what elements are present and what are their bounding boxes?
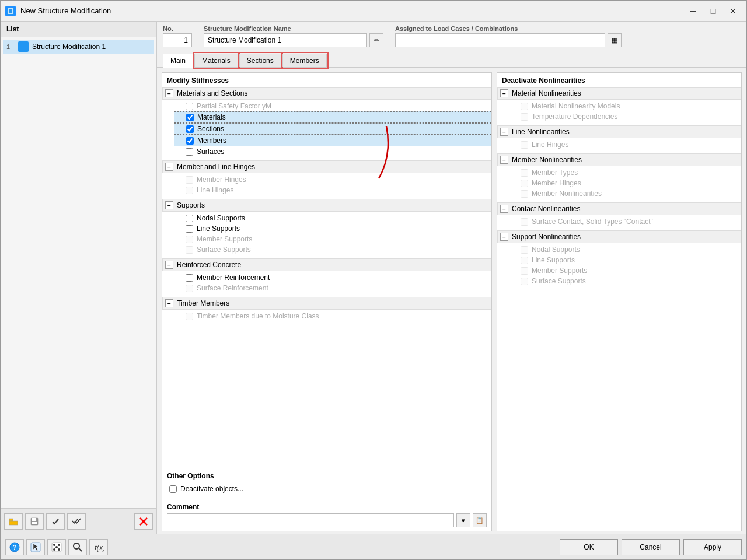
check-all-button[interactable] <box>67 513 86 530</box>
assigned-label: Assigned to Load Cases / Combinations <box>395 25 622 32</box>
close-button[interactable]: ✕ <box>724 4 742 18</box>
cancel-button[interactable]: Cancel <box>622 539 680 555</box>
member-hinges-label: Member Hinges <box>197 176 246 184</box>
member-supports-nl-checkbox[interactable] <box>521 267 528 275</box>
magnify-button[interactable] <box>68 539 87 555</box>
apply-button[interactable]: Apply <box>683 539 742 555</box>
timber-members-header[interactable]: − Timber Members <box>162 297 491 310</box>
comment-edit-btn[interactable]: 📋 <box>473 513 487 527</box>
tab-members[interactable]: Members <box>282 54 327 67</box>
support-nonlinearities-header[interactable]: − Support Nonlinearities <box>497 230 741 243</box>
line-hinges-row: Line Hinges <box>174 185 491 195</box>
collapse-support-nl-btn[interactable]: − <box>500 233 508 241</box>
collapse-materials-btn[interactable]: − <box>165 89 173 97</box>
check-button[interactable] <box>46 513 65 530</box>
nodes-button[interactable] <box>47 539 66 555</box>
svg-line-21 <box>79 548 82 551</box>
material-nonlinearity-models-checkbox[interactable] <box>521 103 528 110</box>
sections-row: Sections <box>174 123 491 135</box>
sections-label: Sections <box>197 125 224 133</box>
member-supports-nl-row: Member Supports <box>509 265 741 276</box>
supports-header[interactable]: − Supports <box>162 199 491 212</box>
no-input[interactable] <box>163 33 192 47</box>
assigned-input[interactable] <box>395 33 605 47</box>
surfaces-row: Surfaces <box>174 146 491 157</box>
member-hinges-checkbox[interactable] <box>186 176 193 184</box>
nodal-supports-nl-row: Nodal Supports <box>509 244 741 255</box>
nodal-supports-nl-label: Nodal Supports <box>532 246 580 254</box>
temperature-dependencies-checkbox[interactable] <box>521 113 528 121</box>
collapse-supports-btn[interactable]: − <box>165 201 173 209</box>
nodal-supports-nl-checkbox[interactable] <box>521 246 528 254</box>
line-nonlinearities-header[interactable]: − Line Nonlinearities <box>497 125 741 138</box>
collapse-member-nl-btn[interactable]: − <box>500 156 508 164</box>
reinforced-concrete-header[interactable]: − Reinforced Concrete <box>162 258 491 271</box>
material-nonlinearities-header[interactable]: − Material Nonlinearities <box>497 87 741 100</box>
partial-safety-checkbox[interactable] <box>186 103 193 110</box>
member-types-row: Member Types <box>509 167 741 178</box>
nodal-supports-row: Nodal Supports <box>174 213 491 223</box>
member-reinforcement-checkbox[interactable] <box>186 274 193 282</box>
tab-main[interactable]: Main <box>163 54 193 68</box>
open-file-button[interactable] <box>4 513 23 530</box>
members-checkbox[interactable] <box>186 137 194 145</box>
formula-button[interactable]: f(x) <box>89 539 108 555</box>
assigned-edit-button[interactable]: ▦ <box>608 33 622 47</box>
sections-checkbox[interactable] <box>186 125 194 133</box>
surface-contact-row: Surface Contact, Solid Types "Contact" <box>509 216 741 227</box>
collapse-line-nl-btn[interactable]: − <box>500 128 508 136</box>
nodal-supports-checkbox[interactable] <box>186 215 193 222</box>
member-line-hinges-header[interactable]: − Member and Line Hinges <box>162 160 491 173</box>
sidebar-item-modification[interactable]: 1 Structure Modification 1 <box>3 40 154 54</box>
comment-dropdown-btn[interactable]: ▾ <box>456 513 470 527</box>
materials-label: Materials <box>197 113 226 121</box>
deactivate-objects-checkbox[interactable] <box>169 485 177 493</box>
surface-supports-nl-checkbox[interactable] <box>521 278 528 285</box>
materials-row: Materials <box>174 111 491 123</box>
line-supports-checkbox[interactable] <box>186 225 193 233</box>
line-supports-nl-checkbox[interactable] <box>521 257 528 264</box>
bottom-toolbar: ? f(x) OK Cancel Apply <box>1 534 746 559</box>
member-types-checkbox[interactable] <box>521 169 528 177</box>
line-hinges-checkbox[interactable] <box>186 187 193 194</box>
reinforced-concrete-label: Reinforced Concrete <box>177 261 241 269</box>
materials-sections-label: Materials and Sections <box>177 89 247 97</box>
ok-button[interactable]: OK <box>560 539 618 555</box>
svg-rect-6 <box>32 522 37 524</box>
surface-supports-checkbox[interactable] <box>186 246 193 254</box>
timber-moisture-checkbox[interactable] <box>186 313 193 320</box>
surfaces-checkbox[interactable] <box>186 148 193 156</box>
tab-materials[interactable]: Materials <box>194 54 238 67</box>
delete-button[interactable] <box>134 513 153 530</box>
help-button[interactable]: ? <box>5 539 24 555</box>
maximize-button[interactable]: □ <box>704 4 722 18</box>
name-input[interactable] <box>204 33 367 47</box>
collapse-timber-btn[interactable]: − <box>165 299 173 307</box>
tab-sections[interactable]: Sections <box>239 54 281 67</box>
save-button[interactable] <box>25 513 44 530</box>
collapse-contact-nl-btn[interactable]: − <box>500 205 508 213</box>
member-nonlinearities-header[interactable]: − Member Nonlinearities <box>497 153 741 166</box>
deactivate-objects-row: Deactivate objects... <box>167 484 487 494</box>
materials-checkbox[interactable] <box>186 114 194 121</box>
minimize-button[interactable]: ─ <box>685 4 702 18</box>
surface-contact-checkbox[interactable] <box>521 218 528 226</box>
comment-input[interactable] <box>167 513 454 527</box>
collapse-hinges-btn[interactable]: − <box>165 163 173 171</box>
contact-nonlinearities-header[interactable]: − Contact Nonlinearities <box>497 202 741 215</box>
member-hinges-nl-label: Member Hinges <box>532 179 581 187</box>
member-nonlinearities-item-checkbox[interactable] <box>521 190 528 198</box>
supports-group: − Supports Nodal Supports <box>162 199 491 256</box>
sidebar: List 1 Structure Modification 1 <box>1 22 157 534</box>
member-nonlinearities-group: − Member Nonlinearities Member Types <box>497 153 741 200</box>
collapse-mat-nl-btn[interactable]: − <box>500 89 508 97</box>
member-supports-checkbox[interactable] <box>186 236 193 243</box>
cursor-button[interactable] <box>26 539 45 555</box>
name-edit-button[interactable]: ✏ <box>369 33 383 47</box>
member-hinges-nl-checkbox[interactable] <box>521 180 528 187</box>
collapse-rc-btn[interactable]: − <box>165 261 173 269</box>
line-hinges-nl-checkbox[interactable] <box>521 141 528 149</box>
surface-reinforcement-checkbox[interactable] <box>186 285 193 292</box>
materials-sections-header[interactable]: − Materials and Sections <box>162 87 491 100</box>
reinforced-concrete-group: − Reinforced Concrete Member Reinforceme… <box>162 258 491 295</box>
